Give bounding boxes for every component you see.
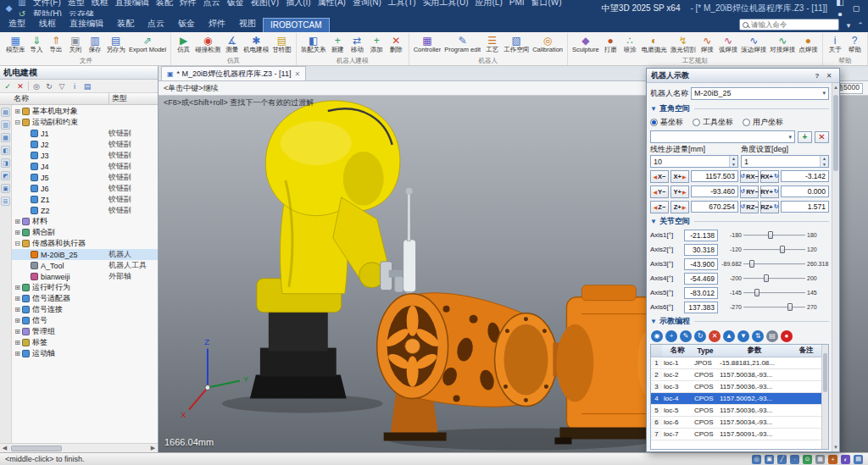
document-tab[interactable]: ▣ * M_20iB焊位机器程序库.Z3 - [11] ✕ bbox=[161, 66, 306, 80]
ribbon-button[interactable]: ✱机电建模 bbox=[242, 33, 270, 54]
expand-icon[interactable]: ⊞ bbox=[14, 317, 21, 324]
tree-item[interactable]: ⊞基本机电对象 bbox=[12, 106, 158, 117]
ribbon-button[interactable]: ▧工作空间 bbox=[502, 33, 531, 54]
gantt-icon[interactable]: ▤ bbox=[275, 34, 288, 47]
table-row[interactable]: 5loc-5CPOS1157.50036,-93... bbox=[651, 405, 821, 417]
ribbon-button[interactable]: ⇗Export Model bbox=[127, 33, 168, 54]
about-icon[interactable]: i bbox=[828, 34, 842, 47]
tree-item[interactable]: ⊞耦合副 bbox=[12, 227, 158, 238]
tree-item[interactable]: ⊟运动副和约束 bbox=[12, 117, 158, 128]
layer-state-icon[interactable]: ▤ bbox=[854, 455, 863, 464]
ribbon-tab-IROBOTCAM[interactable]: IROBOTCAM bbox=[263, 18, 330, 32]
tree-item[interactable]: J5铰链副 bbox=[12, 172, 158, 183]
menu-item[interactable]: 应用(L) bbox=[471, 0, 505, 7]
expand-icon[interactable]: ⊞ bbox=[14, 218, 21, 225]
cancel-icon[interactable]: ✕ bbox=[15, 81, 25, 91]
record-location-icon[interactable]: ◉ bbox=[651, 330, 663, 342]
ribbon-tab-焊件[interactable]: 焊件 bbox=[202, 16, 232, 32]
tree-item[interactable]: ⊞运行时行为 bbox=[12, 282, 158, 293]
help-icon[interactable]: ? bbox=[811, 70, 823, 81]
tree-item[interactable]: ⊞管理组 bbox=[12, 326, 158, 337]
jog-X−-button[interactable]: ◀X− bbox=[650, 170, 669, 183]
tree-item[interactable]: M-20iB_25机器人 bbox=[12, 249, 158, 260]
table-row[interactable]: 3loc-3CPOS1157.50036,-93... bbox=[651, 381, 821, 393]
list-view-icon[interactable]: ▤ bbox=[82, 81, 92, 91]
controller-icon[interactable]: ▦ bbox=[420, 34, 434, 47]
frame-combo[interactable]: ▾ bbox=[650, 130, 795, 143]
apply-icon[interactable]: ✓ bbox=[3, 81, 13, 91]
scroll-down-icon[interactable]: ▼ bbox=[832, 445, 839, 450]
workspace-icon[interactable]: ▧ bbox=[509, 34, 523, 47]
expand-icon[interactable]: ⊞ bbox=[14, 284, 21, 291]
insert-location-icon[interactable]: + bbox=[665, 330, 677, 342]
spot-weld-icon[interactable]: ● bbox=[801, 34, 815, 47]
ribbon-button[interactable]: ◐电磨抛光 bbox=[640, 33, 669, 54]
laser-icon[interactable]: ↯ bbox=[676, 34, 690, 47]
tree-item[interactable]: J2铰链副 bbox=[12, 139, 158, 150]
maximize-icon[interactable]: ▢ bbox=[848, 2, 865, 14]
scroll-up-icon[interactable]: ▲ bbox=[832, 85, 839, 90]
face-filter-icon[interactable]: ▣ bbox=[765, 455, 774, 464]
frame-option[interactable]: 工具坐标 bbox=[693, 117, 733, 128]
section-cartesian[interactable]: ▼ 直角空间 bbox=[650, 102, 829, 115]
process-icon[interactable]: ☰ bbox=[486, 34, 499, 47]
section-joint[interactable]: ▼ 关节空间 bbox=[650, 215, 829, 228]
ribbon-style-icon[interactable]: ▾ bbox=[843, 19, 854, 31]
spray-icon[interactable]: ∴ bbox=[623, 34, 637, 47]
save-doc-icon[interactable]: ▥ bbox=[88, 34, 102, 47]
move-up-icon[interactable]: ▲ bbox=[723, 330, 735, 342]
delete-frame-button[interactable]: ✕ bbox=[815, 131, 829, 143]
radio-icon[interactable] bbox=[693, 119, 700, 126]
jog-X+-button[interactable]: X+▶ bbox=[670, 170, 689, 183]
view-manager-icon[interactable]: ◧ bbox=[1, 146, 10, 155]
tree-item[interactable]: ⊞标签 bbox=[12, 337, 158, 348]
ribbon-button[interactable]: ▣关闭 bbox=[66, 33, 86, 54]
ribbon-tab-钣金[interactable]: 钣金 bbox=[171, 16, 202, 32]
slider-thumb[interactable] bbox=[754, 289, 760, 296]
collision-icon[interactable]: ◉ bbox=[201, 34, 214, 47]
tree-item[interactable]: ⊞信号 bbox=[12, 315, 158, 326]
select-filter-icon[interactable]: ◎ bbox=[752, 455, 761, 464]
section-teach[interactable]: ▼ 示教编程 bbox=[650, 315, 829, 328]
table-scrollbar[interactable] bbox=[821, 345, 828, 449]
frame-option[interactable]: 基坐标 bbox=[650, 117, 683, 128]
column-type[interactable]: 类型 bbox=[108, 93, 158, 104]
menu-item[interactable]: 属性(A) bbox=[314, 0, 349, 7]
tree-item[interactable]: J4铰链副 bbox=[12, 161, 158, 172]
table-row[interactable]: 4loc-4CPOS1157.50052,-93... bbox=[651, 393, 821, 405]
tree-item[interactable]: J6铰链副 bbox=[12, 183, 158, 194]
swap-icon[interactable]: ⇅ bbox=[752, 330, 764, 342]
tree-item[interactable]: ⊞材料 bbox=[12, 216, 158, 227]
menu-item[interactable]: 焊件 bbox=[176, 0, 200, 7]
collapse-ribbon-icon[interactable]: ⌃ bbox=[854, 19, 866, 31]
jog-RZ+-button[interactable]: RZ+↻ bbox=[760, 201, 779, 213]
csys-icon[interactable]: + bbox=[828, 455, 837, 464]
tree-item[interactable]: bianweiji外部轴 bbox=[12, 271, 158, 282]
ribbon-button[interactable]: ☰工艺 bbox=[482, 33, 502, 54]
delete-location-icon[interactable]: ✕ bbox=[709, 330, 721, 342]
move-down-icon[interactable]: ▼ bbox=[737, 330, 749, 342]
panel-horizontal-scrollbar[interactable]: ◀ ▶ bbox=[0, 443, 158, 452]
slider-thumb[interactable] bbox=[768, 231, 773, 239]
export-model-icon[interactable]: ⇗ bbox=[141, 34, 154, 47]
jog-RY+-button[interactable]: RY+↻ bbox=[760, 185, 779, 198]
ribbon-button[interactable]: ▤另存为 bbox=[105, 33, 128, 54]
tab-close-icon[interactable]: ✕ bbox=[294, 70, 300, 78]
table-row[interactable]: 2loc-2CPOS1157.50038,-93... bbox=[651, 369, 821, 381]
axis-slider[interactable] bbox=[743, 302, 805, 312]
refresh-location-icon[interactable]: ↻ bbox=[694, 330, 706, 342]
table-row[interactable]: 6loc-6CPOS1157.50034,-93... bbox=[651, 417, 821, 429]
simulation-manager-icon[interactable]: ▣ bbox=[1, 184, 10, 193]
ribbon-button[interactable]: ⇓导入 bbox=[27, 33, 47, 54]
add-frame-button[interactable]: + bbox=[798, 131, 812, 143]
ribbon-button[interactable]: ∴喷涂 bbox=[620, 33, 640, 54]
slider-thumb[interactable] bbox=[780, 246, 785, 253]
jog-RY−-button[interactable]: ↺RY− bbox=[740, 185, 759, 198]
refresh-icon[interactable]: ↻ bbox=[44, 81, 54, 91]
model-library-icon[interactable]: ▦ bbox=[8, 34, 22, 47]
measure-icon[interactable]: ∡ bbox=[225, 34, 239, 47]
ribbon-button[interactable]: ◎Calibration bbox=[531, 33, 565, 54]
save-file-icon[interactable]: ▥ bbox=[16, 0, 28, 8]
tree-item[interactable]: ⊟传感器和执行器 bbox=[12, 238, 158, 249]
tree-item[interactable]: J3铰链副 bbox=[12, 150, 158, 161]
